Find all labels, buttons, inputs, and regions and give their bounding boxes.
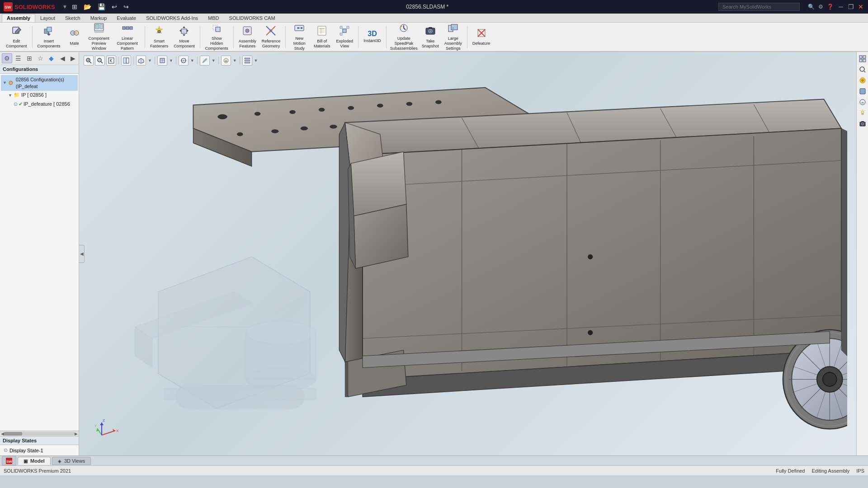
svg-rect-79: [245, 58, 250, 59]
view-orientation-button[interactable]: [136, 56, 146, 66]
minimize-button[interactable]: ─: [837, 3, 844, 10]
edit-component-button[interactable]: EditComponent: [4, 24, 29, 50]
tab-assembly[interactable]: Assembly: [2, 14, 35, 22]
large-assembly-button[interactable]: LargeAssemblySettings: [442, 24, 464, 50]
panel-nav-prev[interactable]: ◀: [58, 53, 67, 63]
rt-cameras[interactable]: [858, 119, 868, 129]
apply-scene-button[interactable]: [221, 56, 231, 66]
tab-solidworks-cam[interactable]: SOLIDWORKS CAM: [224, 14, 280, 22]
tree-item-ip-defeature[interactable]: ⊙ ✔ IP_defeature [ 02856: [12, 100, 78, 108]
tab-layout[interactable]: Layout: [35, 14, 60, 22]
statusbar: SOLIDWORKS Premium 2021 Fully Defined Ed…: [0, 465, 868, 475]
rt-lights[interactable]: [858, 108, 868, 118]
qat-open[interactable]: 📂: [82, 2, 93, 11]
hide-show-button[interactable]: [179, 56, 189, 66]
zoom-to-fit-button[interactable]: [84, 56, 94, 66]
close-button[interactable]: ✕: [857, 3, 864, 10]
qat-save[interactable]: 💾: [96, 2, 107, 11]
panel-icon-grid[interactable]: ⊞: [24, 53, 34, 63]
rt-decals[interactable]: [858, 97, 868, 107]
apply-scene-dropdown[interactable]: ▼: [232, 58, 237, 63]
rt-materials[interactable]: [858, 86, 868, 96]
show-hidden-components-button[interactable]: ShowHiddenComponents: [203, 24, 231, 50]
panel-icon-diamond[interactable]: ◆: [47, 53, 56, 63]
help-icon[interactable]: ❓: [827, 4, 834, 10]
status-right: Fully Defined Editing Assembly IPS: [776, 468, 864, 474]
take-snapshot-button[interactable]: TakeSnapshot: [420, 24, 441, 50]
svg-point-92: [218, 114, 227, 119]
tab-markup[interactable]: Markup: [85, 14, 112, 22]
insert-components-button[interactable]: InsertComponents: [35, 24, 63, 50]
zoom-area-button[interactable]: [95, 56, 105, 66]
scroll-thumb[interactable]: [4, 432, 22, 436]
display-style-dropdown[interactable]: ▼: [169, 58, 174, 63]
tree-toggle-0[interactable]: ▼: [3, 80, 7, 86]
qat-redo[interactable]: ↪: [122, 2, 131, 11]
view-setting-button[interactable]: [242, 56, 252, 66]
tree-toggle-1[interactable]: ▼: [8, 93, 12, 99]
rt-view-selector[interactable]: [858, 54, 868, 64]
new-motion-study-button[interactable]: NewMotionStudy: [288, 24, 310, 50]
move-component-button[interactable]: MoveComponent: [171, 24, 197, 50]
edit-appearance-dropdown[interactable]: ▼: [211, 58, 216, 63]
tab-solidworks-icon[interactable]: SW: [2, 456, 16, 465]
search-icon[interactable]: 🔍: [808, 4, 815, 10]
svg-point-95: [319, 108, 325, 112]
edit-appearance-button[interactable]: [200, 56, 210, 66]
tab-evaluate[interactable]: Evaluate: [112, 14, 141, 22]
tab-model-icon: ▣: [24, 459, 28, 464]
tree-item-ip[interactable]: ▼ 📁 IP [ 02856 ]: [6, 91, 78, 99]
restore-button[interactable]: ❐: [847, 3, 854, 10]
tree-label-config: 02856 Configuration(s) (IP_defeat: [15, 76, 76, 90]
svg-rect-5: [47, 27, 52, 32]
svg-point-93: [255, 112, 260, 116]
update-speedpak-button[interactable]: UpdateSpeedPakSubassemblies: [389, 24, 419, 50]
svg-text:X: X: [116, 429, 119, 433]
scroll-left-btn[interactable]: ◀: [1, 432, 4, 436]
view-orientation-dropdown[interactable]: ▼: [147, 58, 152, 63]
svg-rect-17: [126, 27, 129, 29]
view-setting-dropdown[interactable]: ▼: [254, 58, 259, 63]
rt-search[interactable]: [858, 65, 868, 75]
viewport[interactable]: ▼ ▼ ▼ ▼ ▼ ▼: [79, 52, 856, 455]
display-states-area: ⊙ Display State-1: [0, 445, 79, 455]
smart-fasteners-button[interactable]: SmartFasteners: [148, 24, 170, 50]
tab-sketch[interactable]: Sketch: [60, 14, 85, 22]
exploded-view-button[interactable]: ExplodedView: [334, 24, 355, 50]
display-style-button[interactable]: [157, 56, 167, 66]
defeature-button[interactable]: Defeature: [470, 24, 493, 50]
svg-rect-81: [245, 62, 250, 63]
panel-hscroll[interactable]: ◀ ▶: [0, 431, 79, 436]
scroll-right-btn[interactable]: ▶: [75, 432, 78, 436]
tree-item-config[interactable]: ▼ ⚙ 02856 Configuration(s) (IP_defeat: [1, 75, 78, 91]
reference-geometry-button[interactable]: ReferenceGeometry: [259, 24, 283, 50]
instant3d-button[interactable]: 3D Instant3D: [361, 24, 383, 50]
svg-point-27: [245, 29, 249, 33]
panel-nav-next[interactable]: ▶: [68, 53, 78, 63]
settings-icon[interactable]: ⚙: [818, 4, 823, 10]
panel-icon-star[interactable]: ☆: [35, 53, 46, 63]
component-preview-button[interactable]: ComponentPreviewWindow: [86, 24, 112, 50]
tab-model[interactable]: ▣ Model: [18, 457, 51, 465]
qat-new[interactable]: ⊞: [70, 2, 79, 11]
mate-button[interactable]: Mate: [64, 24, 85, 50]
tab-solidworks-addins[interactable]: SOLIDWORKS Add-Ins: [141, 14, 203, 22]
panel-collapse-handle[interactable]: ◀: [79, 245, 85, 263]
section-view-button[interactable]: [121, 56, 131, 66]
tab-3dviews[interactable]: ◈ 3D Views: [52, 457, 91, 465]
prev-view-button[interactable]: [106, 56, 116, 66]
sep6: [358, 26, 359, 48]
bill-of-materials-button[interactable]: Bill ofMaterials: [311, 24, 333, 50]
assembly-features-button[interactable]: AssemblyFeatures: [236, 24, 259, 50]
search-input[interactable]: [718, 3, 800, 11]
tab-mbd[interactable]: MBD: [203, 14, 224, 22]
linear-component-pattern-button[interactable]: Linear ComponentPattern: [113, 24, 142, 50]
hide-show-dropdown[interactable]: ▼: [190, 58, 195, 63]
qat-undo[interactable]: ↩: [110, 2, 119, 11]
display-states-header: Display States: [0, 436, 79, 445]
display-state-item[interactable]: ⊙ Display State-1: [3, 446, 76, 454]
panel-icon-feature[interactable]: ⚙: [2, 53, 12, 63]
component-preview-icon: [94, 23, 104, 35]
panel-icon-list[interactable]: ☰: [13, 53, 24, 63]
rt-appearance[interactable]: [858, 75, 868, 85]
